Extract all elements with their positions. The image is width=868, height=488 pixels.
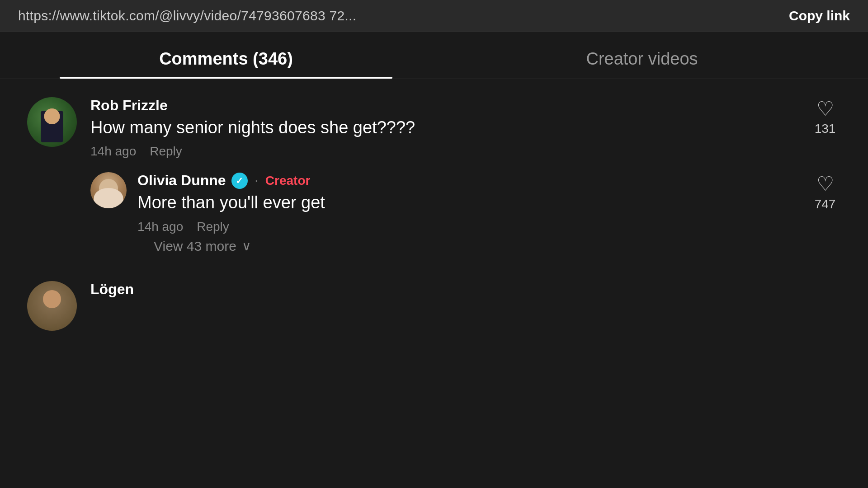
next-comment-username: Lögen: [90, 281, 814, 298]
avatar: [90, 172, 127, 208]
comment-text: How many senior nights does she get????: [90, 117, 800, 139]
creator-badge: Creator: [265, 174, 311, 188]
reply-username-row: Olivia Dunne ✓ · Creator: [137, 172, 800, 189]
copy-link-button[interactable]: Copy link: [789, 8, 850, 23]
url-bar: https://www.tiktok.com/@livvy/video/7479…: [0, 0, 868, 32]
comment-item: Rob Frizzle How many senior nights does …: [27, 97, 841, 159]
comment-time: 14h ago: [90, 144, 136, 159]
reply-username: Olivia Dunne: [137, 172, 226, 189]
like-count: 131: [815, 122, 836, 136]
comment-meta: 14h ago Reply: [90, 144, 800, 159]
avatar: [27, 281, 77, 331]
reply-reply-button[interactable]: Reply: [197, 220, 229, 234]
dot-separator: ·: [255, 174, 258, 188]
heart-icon[interactable]: ♡: [814, 97, 836, 120]
reply-meta: 14h ago Reply: [137, 220, 800, 234]
reply-item: Olivia Dunne ✓ · Creator More than you'l…: [90, 172, 841, 234]
next-comment: Lögen: [27, 272, 841, 340]
view-more-text: View 43 more: [154, 239, 236, 254]
comments-section: Rob Frizzle How many senior nights does …: [0, 79, 868, 358]
reply-like-count: 747: [815, 197, 836, 211]
like-section: ♡ 131: [809, 97, 841, 136]
bottom-fade: [0, 452, 868, 488]
avatar: [27, 97, 77, 147]
comment-body: Rob Frizzle How many senior nights does …: [90, 97, 800, 159]
tabs-container: Comments (346) Creator videos: [0, 37, 868, 79]
reply-text: More than you'll ever get: [137, 192, 800, 214]
reply-button[interactable]: Reply: [150, 144, 182, 159]
reply-time: 14h ago: [137, 220, 183, 234]
heart-icon[interactable]: ♡: [816, 172, 834, 195]
view-more-button[interactable]: View 43 more ∨: [154, 239, 841, 254]
verified-check-icon: ✓: [236, 175, 243, 186]
next-comment-body: Lögen: [90, 281, 814, 300]
tab-comments[interactable]: Comments (346): [18, 37, 434, 79]
comment-username: Rob Frizzle: [90, 97, 800, 114]
tab-creator-videos[interactable]: Creator videos: [434, 37, 850, 79]
reply-container: Olivia Dunne ✓ · Creator More than you'l…: [90, 172, 841, 253]
url-text: https://www.tiktok.com/@livvy/video/7479…: [18, 8, 356, 23]
reply-body: Olivia Dunne ✓ · Creator More than you'l…: [137, 172, 800, 234]
reply-like-section: ♡ 747: [809, 172, 841, 211]
verified-badge: ✓: [231, 173, 248, 189]
chevron-down-icon: ∨: [242, 239, 251, 253]
